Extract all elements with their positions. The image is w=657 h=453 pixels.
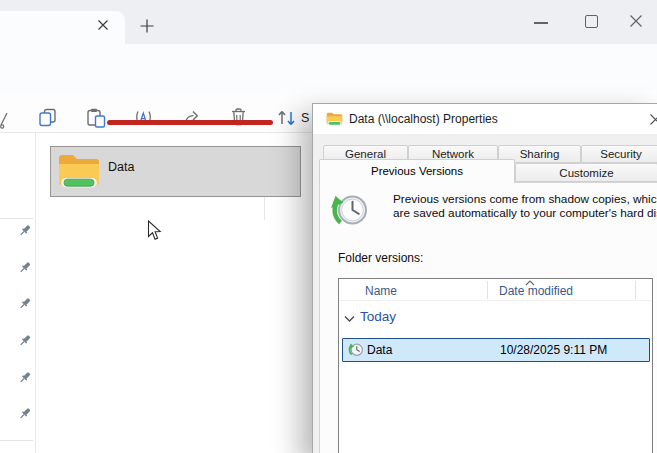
properties-dialog: Data (\\localhost) Properties General Ne…	[312, 103, 657, 453]
sidebar-separator	[0, 218, 33, 219]
pin-icon[interactable]	[19, 261, 32, 275]
dialog-title-bar[interactable]: Data (\\localhost) Properties	[313, 104, 657, 134]
description-line-2: are saved automatically to your computer…	[393, 206, 655, 220]
tab-bar	[0, 0, 657, 44]
minimize-button[interactable]	[534, 22, 548, 24]
sort-button-label[interactable]: S	[301, 111, 309, 125]
folder-icon	[326, 111, 343, 127]
folder-icon	[57, 150, 101, 192]
cut-icon[interactable]	[0, 110, 8, 130]
sort-icon[interactable]	[276, 107, 298, 129]
address-bar-row: Network localhost	[0, 44, 657, 90]
pin-icon[interactable]	[19, 297, 32, 311]
pin-icon[interactable]	[19, 334, 32, 348]
group-collapse-icon[interactable]	[344, 315, 355, 323]
close-button[interactable]	[629, 14, 643, 28]
dialog-title: Data (\\localhost) Properties	[349, 112, 498, 126]
share-icon[interactable]	[182, 108, 202, 128]
sidebar-divider	[35, 133, 36, 453]
previous-versions-clock-icon	[330, 191, 370, 231]
column-divider[interactable]	[635, 281, 636, 299]
copy-icon[interactable]	[38, 108, 58, 129]
rename-icon[interactable]	[134, 108, 153, 128]
file-item-label: Data	[108, 160, 134, 174]
column-divider[interactable]	[487, 281, 488, 299]
version-name: Data	[367, 343, 392, 357]
sort-direction-icon	[525, 280, 535, 286]
column-header-date-modified[interactable]: Date modified	[499, 284, 573, 298]
folder-versions-list[interactable]: Name Date modified Today Data 10/28/2025…	[338, 278, 653, 453]
pin-icon[interactable]	[19, 407, 32, 421]
pin-icon[interactable]	[19, 224, 32, 238]
new-tab-icon[interactable]	[139, 18, 155, 34]
dialog-close-icon[interactable]	[649, 113, 657, 126]
explorer-window: Network localhost	[0, 0, 657, 453]
file-item-data[interactable]: Data	[50, 146, 301, 197]
mouse-cursor	[147, 220, 163, 243]
version-row-selected[interactable]: Data 10/28/2025 9:11 PM	[342, 338, 650, 362]
tab-close-icon[interactable]	[97, 19, 109, 31]
sidebar-separator	[0, 440, 33, 441]
tab-customize[interactable]: Customize	[515, 163, 657, 182]
description-line-1: Previous versions come from shadow copie…	[393, 192, 655, 206]
paste-icon[interactable]	[86, 108, 106, 129]
version-clock-icon	[348, 342, 364, 358]
tab-security[interactable]: Security	[581, 145, 657, 163]
column-header-name[interactable]: Name	[365, 284, 397, 298]
header-underline	[339, 300, 652, 301]
tab-previous-versions[interactable]: Previous Versions	[319, 159, 515, 183]
red-annotation-underline	[107, 120, 273, 125]
version-date: 10/28/2025 9:11 PM	[500, 343, 607, 357]
pin-icon[interactable]	[19, 371, 32, 385]
maximize-button[interactable]	[585, 15, 598, 28]
group-label-today[interactable]: Today	[360, 309, 396, 324]
folder-versions-label: Folder versions:	[338, 251, 423, 265]
